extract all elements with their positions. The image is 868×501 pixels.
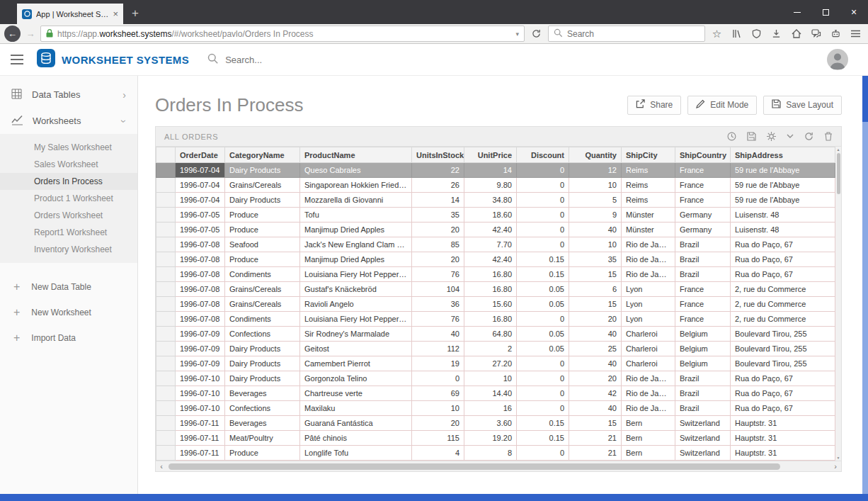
cell-Quantity[interactable]: 5 bbox=[569, 193, 622, 208]
cell-UnitsInStock[interactable]: 10 bbox=[412, 401, 464, 416]
cell-Quantity[interactable]: 40 bbox=[569, 223, 622, 237]
cell-ProductName[interactable]: Guaraná Fantástica bbox=[300, 416, 412, 431]
cell-ProductName[interactable]: Longlife Tofu bbox=[300, 446, 412, 461]
cell-OrderDate[interactable]: 1996-07-11 bbox=[176, 431, 225, 446]
cell-Quantity[interactable]: 40 bbox=[569, 356, 622, 371]
table-row[interactable]: 1996-07-08Grains/CerealsRavioli Angelo36… bbox=[156, 297, 835, 312]
cell-ShipCountry[interactable]: Belgium bbox=[675, 342, 731, 356]
cell-OrderDate[interactable]: 1996-07-11 bbox=[176, 416, 225, 431]
cell-ShipCountry[interactable]: France bbox=[675, 193, 731, 208]
cell-ShipAddress[interactable]: 2, rue du Commerce bbox=[731, 312, 835, 327]
cell-UnitPrice[interactable]: 10 bbox=[464, 371, 517, 386]
cell-ShipAddress[interactable]: Boulevard Tirou, 255 bbox=[731, 356, 835, 371]
gear-icon[interactable] bbox=[767, 132, 776, 141]
cell-ShipAddress[interactable]: Hauptstr. 31 bbox=[731, 431, 835, 446]
cell-CategoryName[interactable]: Meat/Poultry bbox=[225, 431, 300, 446]
cell-OrderDate[interactable]: 1996-07-10 bbox=[176, 371, 225, 386]
table-row[interactable]: 1996-07-08SeafoodJack's New England Clam… bbox=[156, 237, 835, 252]
cell-Quantity[interactable]: 10 bbox=[569, 237, 622, 252]
cell-ShipCountry[interactable]: Brazil bbox=[675, 237, 731, 252]
cell-CategoryName[interactable]: Dairy Products bbox=[225, 342, 300, 356]
cell-CategoryName[interactable]: Confections bbox=[225, 327, 300, 342]
refresh-icon[interactable] bbox=[804, 132, 813, 141]
cell-ShipCountry[interactable]: Brazil bbox=[675, 252, 731, 267]
url-bar[interactable]: https://app.worksheet.systems/#/workshee… bbox=[40, 26, 525, 42]
cell-ProductName[interactable]: Manjimup Dried Apples bbox=[300, 252, 412, 267]
table-row[interactable]: 1996-07-08ProduceManjimup Dried Apples20… bbox=[156, 252, 835, 267]
cell-ShipAddress[interactable]: 59 rue de l'Abbaye bbox=[731, 193, 835, 208]
cell-ShipCountry[interactable]: Germany bbox=[675, 223, 731, 237]
app-logo[interactable]: WORKSHEET SYSTEMS bbox=[37, 49, 189, 70]
row-handle[interactable] bbox=[156, 312, 176, 327]
cell-OrderDate[interactable]: 1996-07-09 bbox=[176, 356, 225, 371]
cell-OrderDate[interactable]: 1996-07-04 bbox=[176, 178, 225, 193]
row-handle[interactable] bbox=[156, 282, 176, 297]
cell-UnitPrice[interactable]: 16.80 bbox=[464, 312, 517, 327]
cell-ProductName[interactable]: Louisiana Fiery Hot Pepper Sa... bbox=[300, 312, 412, 327]
cell-ShipCity[interactable]: Reims bbox=[622, 178, 675, 193]
row-handle[interactable] bbox=[156, 327, 176, 342]
cell-UnitsInStock[interactable]: 22 bbox=[412, 163, 464, 178]
cell-ShipCountry[interactable]: Germany bbox=[675, 208, 731, 223]
page-horizontal-scrollbar[interactable] bbox=[0, 494, 868, 501]
cell-Discount[interactable]: 0 bbox=[517, 312, 569, 327]
cell-UnitsInStock[interactable]: 112 bbox=[412, 342, 464, 356]
cell-CategoryName[interactable]: Confections bbox=[225, 401, 300, 416]
import-data-button[interactable]: + Import Data bbox=[0, 325, 137, 351]
cell-UnitPrice[interactable]: 27.20 bbox=[464, 356, 517, 371]
cell-Quantity[interactable]: 15 bbox=[569, 267, 622, 282]
table-row[interactable]: 1996-07-04Grains/CerealsSingaporean Hokk… bbox=[156, 178, 835, 193]
app-menu-icon[interactable] bbox=[8, 51, 25, 68]
cell-UnitPrice[interactable]: 8 bbox=[464, 446, 517, 461]
row-handle[interactable] bbox=[156, 163, 176, 178]
cell-Discount[interactable]: 0 bbox=[517, 193, 569, 208]
cell-Discount[interactable]: 0.15 bbox=[517, 416, 569, 431]
cell-Discount[interactable]: 0.15 bbox=[517, 252, 569, 267]
sidebar-item-orders-worksheet[interactable]: Orders Worksheet bbox=[0, 207, 137, 224]
delete-trash-icon[interactable] bbox=[824, 132, 833, 141]
cell-ShipAddress[interactable]: Rua do Paço, 67 bbox=[731, 252, 835, 267]
cell-ProductName[interactable]: Gustaf's Knäckebröd bbox=[300, 282, 412, 297]
cell-CategoryName[interactable]: Seafood bbox=[225, 237, 300, 252]
table-row[interactable]: 1996-07-11ProduceLonglife Tofu48021BernS… bbox=[156, 446, 835, 461]
cell-ProductName[interactable]: Mozzarella di Giovanni bbox=[300, 193, 412, 208]
row-handle[interactable] bbox=[156, 401, 176, 416]
cell-ShipCountry[interactable]: France bbox=[675, 282, 731, 297]
cell-ShipAddress[interactable]: Hauptstr. 31 bbox=[731, 416, 835, 431]
cell-ProductName[interactable]: Camembert Pierrot bbox=[300, 356, 412, 371]
cell-Quantity[interactable]: 42 bbox=[569, 386, 622, 401]
row-handle[interactable] bbox=[156, 386, 176, 401]
cell-UnitPrice[interactable]: 34.80 bbox=[464, 193, 517, 208]
cell-ShipCountry[interactable]: Brazil bbox=[675, 371, 731, 386]
row-handle[interactable] bbox=[156, 446, 176, 461]
cell-Discount[interactable]: 0.05 bbox=[517, 327, 569, 342]
cell-ShipAddress[interactable]: 59 rue de l'Abbaye bbox=[731, 178, 835, 193]
cell-ShipCountry[interactable]: Brazil bbox=[675, 401, 731, 416]
cell-CategoryName[interactable]: Beverages bbox=[225, 416, 300, 431]
cell-ShipCountry[interactable]: Switzerland bbox=[675, 431, 731, 446]
window-minimize-button[interactable] bbox=[783, 0, 811, 24]
cell-UnitPrice[interactable]: 19.20 bbox=[464, 431, 517, 446]
cell-ShipAddress[interactable]: Hauptstr. 31 bbox=[731, 446, 835, 461]
cell-OrderDate[interactable]: 1996-07-04 bbox=[176, 163, 225, 178]
cell-Discount[interactable]: 0 bbox=[517, 446, 569, 461]
cell-Quantity[interactable]: 10 bbox=[569, 178, 622, 193]
cell-UnitsInStock[interactable]: 104 bbox=[412, 282, 464, 297]
cell-ShipCountry[interactable]: France bbox=[675, 163, 731, 178]
cell-ShipAddress[interactable]: 2, rue du Commerce bbox=[731, 282, 835, 297]
cell-UnitPrice[interactable]: 18.60 bbox=[464, 208, 517, 223]
table-row[interactable]: 1996-07-10BeveragesChartreuse verte6914.… bbox=[156, 386, 835, 401]
table-row[interactable]: 1996-07-05ProduceManjimup Dried Apples20… bbox=[156, 223, 835, 237]
cell-Discount[interactable]: 0 bbox=[517, 401, 569, 416]
cell-ShipAddress[interactable]: 59 rue de l'Abbaye bbox=[731, 163, 835, 178]
cell-CategoryName[interactable]: Dairy Products bbox=[225, 193, 300, 208]
cell-Quantity[interactable]: 20 bbox=[569, 312, 622, 327]
cell-ShipCity[interactable]: Rio de Janeiro bbox=[622, 401, 675, 416]
scroll-down-icon[interactable]: ▼ bbox=[837, 456, 840, 460]
cell-ShipCity[interactable]: Rio de Janeiro bbox=[622, 267, 675, 282]
cell-ShipCountry[interactable]: Belgium bbox=[675, 327, 731, 342]
cell-ProductName[interactable]: Gorgonzola Telino bbox=[300, 371, 412, 386]
page-vertical-scrollbar[interactable] bbox=[862, 44, 868, 501]
row-handle[interactable] bbox=[156, 297, 176, 312]
sidebar-item-sales-worksheet[interactable]: Sales Worksheet bbox=[0, 156, 137, 173]
